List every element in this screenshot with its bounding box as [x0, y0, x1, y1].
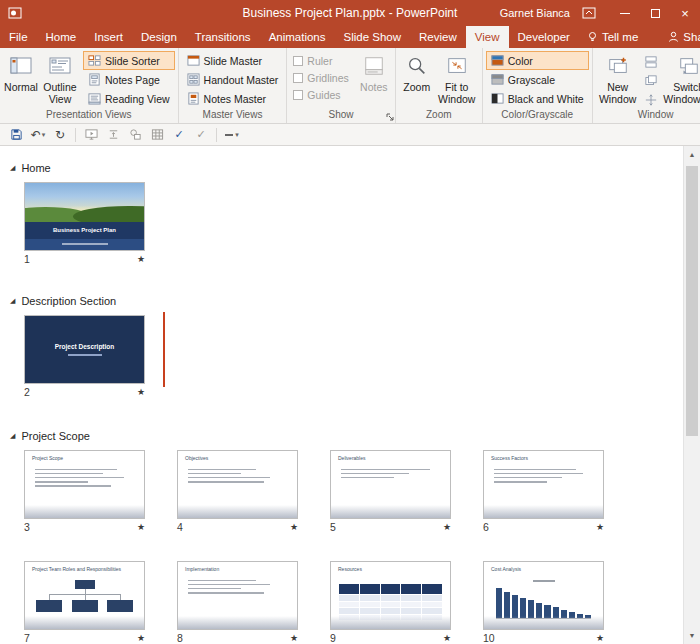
outline-view-button[interactable]: Outline View [39, 51, 81, 109]
new-window-button[interactable]: New Window [596, 51, 640, 109]
transition-star-icon[interactable]: ★ [137, 254, 145, 264]
undo-button[interactable]: ↶ ▾ [28, 126, 48, 144]
slide-thumbnail-9[interactable]: Resources [330, 561, 451, 630]
show-dialog-launcher-icon[interactable] [386, 113, 394, 121]
section-header-home[interactable]: ◢ Home [10, 160, 700, 176]
transition-star-icon[interactable]: ★ [137, 387, 145, 397]
move-split-button[interactable] [642, 90, 660, 109]
transition-star-icon[interactable]: ★ [443, 522, 451, 532]
quick-access-toolbar: ↶ ▾ ↻ ✓ ✓ ▾ [0, 124, 700, 146]
slide-thumbnail-1[interactable]: Business Project Plan [24, 182, 145, 251]
tab-home[interactable]: Home [37, 26, 86, 48]
group-label-color-grayscale: Color/Grayscale [483, 109, 592, 123]
group-window: New Window [593, 48, 700, 123]
slide-thumbnail-3[interactable]: Project Scope [24, 450, 145, 519]
transition-star-icon[interactable]: ★ [290, 633, 298, 643]
slide-title: Project Scope [32, 455, 137, 461]
tab-developer[interactable]: Developer [509, 26, 579, 48]
scroll-up-button[interactable]: ▲ [684, 146, 700, 163]
transition-star-icon[interactable]: ★ [596, 522, 604, 532]
tab-animations[interactable]: Animations [260, 26, 335, 48]
notes-master-button[interactable]: Notes Master [182, 89, 284, 108]
slide-cell-1: Business Project Plan 1 ★ [24, 182, 145, 267]
tab-slide-show[interactable]: Slide Show [335, 26, 411, 48]
ribbon-display-options-icon[interactable] [582, 7, 596, 19]
spelling-button[interactable]: ✓ [169, 126, 189, 144]
powerpoint-app-icon[interactable] [8, 6, 22, 20]
slide-thumbnail-7[interactable]: Project Team Roles and Responsibilities [24, 561, 145, 630]
handout-master-button[interactable]: Handout Master [182, 70, 284, 89]
slide-thumbnail-8[interactable]: Implementation [177, 561, 298, 630]
minimize-button[interactable] [610, 0, 640, 26]
slide-title: Project Team Roles and Responsibilities [32, 566, 137, 572]
notes-button: Notes [356, 51, 392, 109]
group-presentation-views: Normal Outline View Slide Sorter [0, 48, 179, 123]
switch-windows-button[interactable]: Switch Windows ▾ [662, 51, 700, 109]
tab-transitions[interactable]: Transitions [186, 26, 260, 48]
tab-review[interactable]: Review [410, 26, 466, 48]
titlebar: Business Project Plan.pptx - PowerPoint … [0, 0, 700, 26]
tab-design[interactable]: Design [132, 26, 186, 48]
slide-thumbnail-5[interactable]: Deliverables [330, 450, 451, 519]
redo-icon: ↻ [55, 129, 65, 141]
cascade-icon [645, 75, 657, 87]
slide-title: Deliverables [338, 455, 443, 461]
tab-file[interactable]: File [0, 26, 37, 48]
slide-sorter-button[interactable]: Slide Sorter [83, 51, 175, 70]
slide-thumbnail-2[interactable]: Project Description [24, 315, 145, 384]
transition-star-icon[interactable]: ★ [443, 633, 451, 643]
new-window-icon [607, 53, 629, 79]
section-header-project-scope[interactable]: ◢ Project Scope [10, 428, 700, 444]
tab-view[interactable]: View [466, 26, 509, 48]
org-chart-graphic [33, 576, 136, 619]
slide-title: Resources [338, 566, 443, 572]
slide-cell-10: Cost Analysis 10 ★ [483, 561, 604, 644]
grayscale-button[interactable]: Grayscale [486, 70, 589, 89]
tell-me-box[interactable]: Tell me [579, 26, 646, 48]
reading-view-button[interactable]: Reading View [83, 89, 175, 108]
transition-star-icon[interactable]: ★ [137, 633, 145, 643]
redo-button[interactable]: ↻ [50, 126, 70, 144]
arrange-all-button[interactable] [642, 52, 660, 71]
section-expand-icon: ◢ [10, 164, 15, 172]
shapes-button [125, 126, 145, 144]
slide-title: Project Description [55, 343, 115, 350]
close-button[interactable]: × [670, 0, 700, 26]
qat-customize-button[interactable]: ▾ [222, 126, 242, 144]
guides-checkbox: Guides [290, 86, 351, 103]
vertical-scrollbar[interactable]: ▲ ▼ [683, 146, 700, 644]
start-slideshow-button [81, 126, 101, 144]
save-button[interactable] [6, 126, 26, 144]
close-icon: × [681, 7, 689, 20]
group-show: Ruler Gridlines Guides Notes Show [287, 48, 395, 123]
zoom-button[interactable]: Zoom [399, 51, 435, 109]
transition-star-icon[interactable]: ★ [137, 522, 145, 532]
slide-master-button[interactable]: Slide Master [182, 51, 284, 70]
tab-insert[interactable]: Insert [85, 26, 132, 48]
section-expand-icon: ◢ [10, 432, 15, 440]
account-name[interactable]: Garnet Bianca [500, 7, 570, 19]
color-button[interactable]: Color [486, 51, 589, 70]
scrollbar-thumb[interactable] [686, 166, 698, 436]
scroll-down-button[interactable]: ▼ [684, 627, 700, 644]
notes-page-button[interactable]: Notes Page [83, 70, 175, 89]
transition-star-icon[interactable]: ★ [596, 633, 604, 643]
transition-star-icon[interactable]: ★ [290, 522, 298, 532]
normal-view-button[interactable]: Normal [3, 51, 39, 109]
share-button[interactable]: Share [660, 26, 700, 48]
fit-to-window-button[interactable]: Fit to Window [435, 51, 479, 109]
slide-cell-8: Implementation 8 ★ [177, 561, 298, 644]
section-expand-icon: ◢ [10, 297, 15, 305]
slide-thumbnail-4[interactable]: Objectives [177, 450, 298, 519]
slide-cell-3: Project Scope 3 ★ [24, 450, 145, 535]
slide-thumbnail-6[interactable]: Success Factors [483, 450, 604, 519]
section-header-description[interactable]: ◢ Description Section [10, 293, 700, 309]
black-white-swatch-icon [491, 92, 504, 105]
slide-thumbnail-10[interactable]: Cost Analysis [483, 561, 604, 630]
maximize-button[interactable] [640, 0, 670, 26]
slide-sorter-canvas[interactable]: ◢ Home Business Project Plan 1 ★ [0, 146, 700, 644]
slide-cell-7: Project Team Roles and Responsibilities … [24, 561, 145, 644]
body-text-placeholder [35, 469, 132, 489]
black-and-white-button[interactable]: Black and White [486, 89, 589, 108]
cascade-windows-button[interactable] [642, 71, 660, 90]
